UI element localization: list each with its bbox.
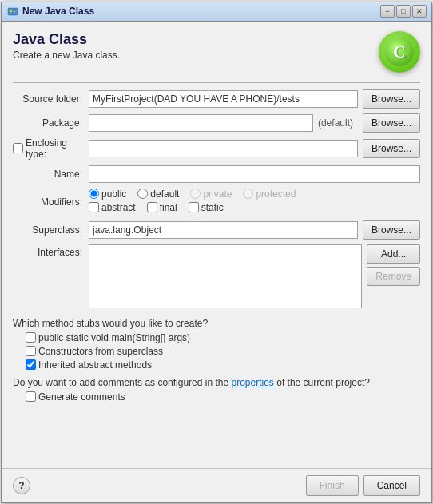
package-browse-button[interactable]: Browse... [363,113,420,133]
svg-rect-0 [8,8,18,15]
window-title: New Java Class [22,6,380,17]
method-stubs-options: public static void main(String[] args) C… [26,332,420,371]
modifiers-other-row: abstract final static [89,202,420,213]
modifier-default-text: default [150,189,179,200]
stub-constructors-label[interactable]: Constructors from superclass [26,346,420,357]
stub-constructors-text: Constructors from superclass [38,346,163,357]
modifier-private-label[interactable]: private [190,189,232,200]
package-input[interactable] [89,114,313,132]
superclass-browse-button[interactable]: Browse... [363,220,420,240]
modifier-final-text: final [160,202,177,213]
modifier-default-label[interactable]: default [137,189,179,200]
content-area: Java Class Create a new Java class. C So… [2,22,431,468]
generate-comments-text: Generate comments [38,391,125,403]
stub-constructors-checkbox[interactable] [26,346,36,356]
window-controls: − □ ✕ [380,5,427,18]
title-bar: New Java Class − □ ✕ [2,2,431,22]
method-stubs-question: Which method stubs would you like to cre… [13,318,420,329]
interfaces-buttons: Add... Remove [367,244,420,286]
stub-inherited-label[interactable]: Inherited abstract methods [26,359,420,371]
enclosing-browse-button[interactable]: Browse... [363,139,420,158]
minimize-button[interactable]: − [380,5,395,18]
modifier-abstract-checkbox[interactable] [89,202,99,212]
dialog-footer: ? Finish Cancel [2,468,431,502]
package-label: Package: [13,117,89,129]
interfaces-row: Interfaces: Add... Remove [13,244,420,308]
dialog-title: Java Class [13,31,379,48]
stub-inherited-checkbox[interactable] [26,359,36,370]
modifier-static-label[interactable]: static [189,202,224,213]
finish-button[interactable]: Finish [306,475,359,496]
modifier-public-label[interactable]: public [89,189,126,200]
dialog-window: New Java Class − □ ✕ Java Class Create a… [1,2,432,503]
modifier-static-text: static [201,202,224,213]
name-row: Name: [13,165,420,184]
modifier-protected-radio[interactable] [243,189,253,199]
stub-main-text: public static void main(String[] args) [38,332,190,343]
footer-buttons: Finish Cancel [306,475,420,496]
modifier-public-text: public [101,189,126,200]
logo-inner: C [385,38,414,66]
stub-inherited-text: Inherited abstract methods [38,359,152,371]
svg-rect-3 [14,11,15,12]
source-folder-input[interactable] [89,90,358,108]
modifier-final-checkbox[interactable] [147,202,157,212]
modifiers-label: Modifiers: [13,196,89,208]
interfaces-label: Interfaces: [13,244,89,258]
superclass-input[interactable] [89,221,358,239]
modifier-static-checkbox[interactable] [189,202,199,212]
enclosing-input[interactable] [89,140,358,157]
logo-c-letter: C [393,42,406,62]
modifier-abstract-label[interactable]: abstract [89,202,136,213]
header-section: Java Class Create a new Java class. C [13,31,420,73]
method-stubs-section: Which method stubs would you like to cre… [13,318,420,371]
modifiers-section: public default private protected [89,189,420,216]
interfaces-list[interactable] [89,244,362,308]
interfaces-add-button[interactable]: Add... [367,244,420,264]
enclosing-label: Enclosing type: [26,137,82,160]
modifier-private-radio[interactable] [190,189,201,199]
logo-circle: C [379,31,420,73]
modifier-default-radio[interactable] [137,189,148,199]
close-button[interactable]: ✕ [412,5,427,18]
modifier-private-text: private [203,189,232,200]
modifier-protected-text: protected [256,189,296,200]
svg-rect-1 [10,10,12,12]
stub-main-checkbox[interactable] [26,332,36,343]
comments-question-text1: Do you want to add comments as configure… [13,377,232,388]
help-button[interactable]: ? [13,477,30,494]
source-folder-label: Source folder: [13,93,89,105]
header-text: Java Class Create a new Java class. [13,31,379,61]
source-folder-row: Source folder: Browse... [13,89,420,109]
comments-question: Do you want to add comments as configure… [13,377,420,388]
footer-left: ? [13,477,30,494]
source-folder-browse-button[interactable]: Browse... [363,89,420,109]
window-icon [6,5,19,18]
package-hint: (default) [313,117,358,129]
package-input-area: (default) [89,114,358,132]
modifier-final-label[interactable]: final [147,202,177,213]
comments-section: Do you want to add comments as configure… [13,377,420,403]
header-separator [13,82,420,83]
superclass-label: Superclass: [13,224,89,236]
enclosing-row: Enclosing type: Browse... [13,137,420,160]
properties-link[interactable]: properties [232,377,274,388]
name-label: Name: [13,169,89,180]
comments-options: Generate comments [26,391,420,403]
superclass-row: Superclass: Browse... [13,220,420,240]
name-input[interactable] [89,165,420,183]
stub-main-label[interactable]: public static void main(String[] args) [26,332,420,343]
modifiers-access-row: public default private protected [89,189,420,200]
modifier-abstract-text: abstract [101,202,136,213]
cancel-button[interactable]: Cancel [363,475,420,496]
restore-button[interactable]: □ [396,5,411,18]
enclosing-checkbox[interactable] [13,143,23,153]
dialog-subtitle: Create a new Java class. [13,50,379,61]
package-row: Package: (default) Browse... [13,113,420,133]
modifier-protected-label[interactable]: protected [243,189,296,200]
modifier-public-radio[interactable] [89,189,99,199]
generate-comments-label[interactable]: Generate comments [26,391,420,403]
modifiers-row: Modifiers: public default private [13,189,420,216]
generate-comments-checkbox[interactable] [26,391,36,402]
interfaces-remove-button[interactable]: Remove [367,267,420,286]
